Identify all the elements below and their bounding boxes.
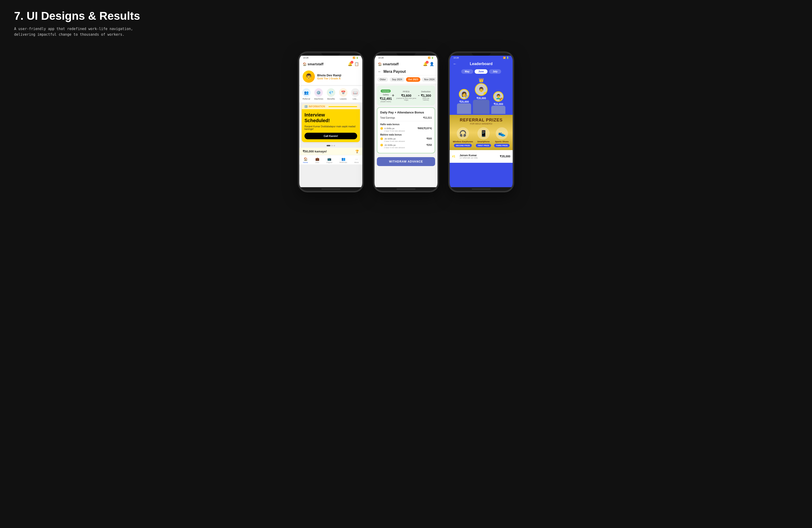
- daily-pay-section: Daily Pay + Attendance Bonus Total Earni…: [377, 107, 435, 153]
- house-icon: 🏠: [303, 62, 307, 66]
- prize-smartphone: 📱 Smartphone FIRST PRIZE: [476, 127, 491, 147]
- page-header: 7. UI Designs & Results A user-friendly …: [14, 10, 798, 37]
- payout-icon: 📺: [327, 157, 331, 161]
- podium-block-1st: [473, 100, 489, 114]
- pf-label: PF/ESI: [394, 90, 418, 93]
- coin-icon-2: 🟡: [380, 137, 383, 140]
- total-earnings-row: Total Earnings ₹11,511: [380, 117, 432, 119]
- back-arrow[interactable]: ←: [378, 70, 381, 74]
- lb-name: Jairam Kumar: [460, 154, 478, 157]
- phone-2: 10:28 📶 🔋 🏠 smartstaff 🔔2 👤 ←: [373, 52, 439, 192]
- pf-sub: (mahine ke anth mein jama hoga): [394, 98, 418, 101]
- lb-title: Leaderboard: [470, 62, 493, 66]
- monthly-bonus-row-1: 🟡 26 Shifts pe 2 baar 5 min late allowed…: [380, 137, 432, 142]
- pf-amount: ₹3,600: [394, 94, 418, 98]
- nav-home[interactable]: 🏠 Home: [303, 157, 308, 163]
- profile-info: Bhola Dev Ramji Gold Tier | Grade A: [317, 74, 342, 80]
- phones-container: 10:28 📶 🔋 🏠 smartstaff 🔔2 📋 👨: [14, 52, 798, 202]
- call-button[interactable]: Call Karein!: [304, 133, 357, 139]
- prizes-subtitle: FOR MEGA WINNERS!: [452, 122, 510, 125]
- avatar-2: 👤: [430, 62, 434, 66]
- month-tabs: Older Sep 2024 Oct 2023 Nov 2024 Dec: [375, 75, 437, 84]
- profile-name: Bhola Dev Ramji: [317, 74, 342, 77]
- qa-benefits[interactable]: 💎 Benefits: [327, 88, 335, 100]
- crown-icon: 👑: [479, 77, 484, 83]
- salary-amount: ₹12,491: [380, 97, 392, 101]
- nav-referrals[interactable]: 👥 Referrals: [339, 157, 347, 163]
- header-icons-2: 🔔2 👤: [423, 62, 434, 66]
- phone-2-notch: [396, 53, 416, 56]
- rank-badge-3: 3: [499, 98, 504, 102]
- lb-rank: #1: [452, 155, 456, 158]
- lb-tab-july[interactable]: July: [489, 69, 501, 74]
- deduction-block: Deduction ₹1,300 (Rent har mahine): [419, 90, 432, 101]
- lb-tab-june[interactable]: June: [475, 69, 488, 74]
- home-indicator-3: [472, 189, 491, 190]
- document-icon[interactable]: 📋: [354, 62, 359, 66]
- prize-earphones: 🎧 Wireless Earphones SECOND PRIZE: [453, 127, 473, 147]
- lb-amount: ₹35,000: [500, 155, 510, 158]
- pf-block: PF/ESI ₹3,600 (mahine ke anth mein jama …: [394, 90, 418, 101]
- deduction-sub: (Rent har mahine): [419, 98, 432, 101]
- house-icon-2: 🏠: [378, 62, 382, 66]
- home-indicator-2: [396, 189, 416, 190]
- coin-icon-3: 🟡: [380, 144, 383, 146]
- prizes-grid: 🎧 Wireless Earphones SECOND PRIZE 📱 Smar…: [452, 127, 510, 147]
- phone-2-status-bar: 10:28 📶 🔋: [375, 56, 437, 60]
- monthly-bonus-row-2: 🟡 20 Shifts pe 2 baar 5 min late allowed…: [380, 144, 432, 149]
- phone-2-header: 🏠 smartstaff 🔔2 👤: [375, 60, 437, 68]
- info-card-title: InterviewScheduled!: [304, 112, 357, 123]
- payout-title: Mera Payout: [383, 70, 406, 74]
- profile-tier: Gold Tier | Grade A: [317, 77, 342, 80]
- withdraw-button[interactable]: WITHDRAW ADVANCE: [377, 157, 435, 166]
- shoes-label: Sports Shoes: [495, 141, 509, 143]
- nav-jobs[interactable]: 💼 Jobs: [315, 157, 319, 163]
- referrals-icon: 👥: [342, 157, 345, 161]
- shoes-icon: 👟: [496, 127, 508, 140]
- avatar-1st: 👨 1: [475, 83, 488, 96]
- leaderboard-header: ← Leaderboard: [450, 60, 513, 68]
- avatar-3rd: 👨‍🦱 3: [493, 91, 504, 102]
- month-nov[interactable]: Nov 2024: [422, 77, 437, 82]
- lb-sub: 12 referrals se mila: [460, 157, 478, 159]
- header-icons: 🔔2 📋: [348, 62, 359, 66]
- phone-3: 10:28 📶 🔋 ← Leaderboard May June July 👩: [448, 52, 514, 192]
- third-prize-badge: THIRD PRIZE: [494, 144, 510, 147]
- qa-referral[interactable]: 👥 Referral: [302, 88, 310, 100]
- earnings-banner: ₹50,000 kamaye! 🏆: [299, 148, 362, 155]
- info-card-body: InterviewScheduled! Ranjeet Kumar Doddab…: [302, 109, 360, 142]
- notification-bell[interactable]: 🔔2: [348, 62, 352, 66]
- dot-1: [327, 145, 330, 146]
- prizes-title: REFERRAL PRIZES: [452, 118, 510, 122]
- month-oct[interactable]: Oct 2023: [406, 77, 421, 82]
- salary-label: Salary: [380, 93, 392, 96]
- lb-tab-may[interactable]: May: [461, 69, 473, 74]
- nav-payout[interactable]: 📺 Payout: [327, 157, 332, 163]
- lb-list-row-1: #1 Jairam Kumar 12 referrals se mila ₹35…: [452, 152, 510, 160]
- jobs-icon: 💼: [315, 157, 319, 161]
- podium-block-3rd: [491, 106, 505, 114]
- phone-1-status-bar: 10:28 📶 🔋: [299, 56, 362, 60]
- podium-3rd: 👨‍🦱 3 ₹15,000: [491, 91, 505, 114]
- podium-section: 👩 2 ₹25,000 👑 👨 1 ₹35,000: [450, 75, 513, 114]
- month-sep[interactable]: Sep 2024: [390, 77, 404, 82]
- lb-row-left: #1 Jairam Kumar 12 referrals se mila: [452, 154, 478, 159]
- qa-machines[interactable]: ⚙️ Machines: [314, 88, 323, 100]
- phone-1-header: 🏠 smartstaff 🔔2 📋: [299, 60, 362, 68]
- dot-2: [331, 145, 333, 146]
- month-older[interactable]: Older: [377, 77, 388, 82]
- pagination-dots: [299, 144, 362, 148]
- quick-actions: 👥 Referral ⚙️ Machines 💎 Benefits 📅 Leav…: [299, 86, 362, 102]
- info-card-header: ℹ️ INFORMATION: [302, 104, 360, 109]
- smartphone-label: Smartphone: [477, 141, 490, 143]
- qa-leaves[interactable]: 📅 Leaves: [339, 88, 348, 100]
- lb-back-arrow[interactable]: ←: [453, 62, 457, 66]
- bottom-nav: 🏠 Home 💼 Jobs 📺 Payout 👥 Referrals ···: [299, 155, 362, 164]
- nav-more[interactable]: ··· More: [354, 157, 359, 163]
- daily-pay-title: Daily Pay + Attendance Bonus: [380, 111, 432, 114]
- salary-block: Selected Salary ₹12,491 (haath mein): [380, 88, 392, 103]
- notif-2[interactable]: 🔔2: [423, 62, 427, 66]
- qa-more[interactable]: 📖 Lea...: [351, 88, 360, 100]
- info-icon: ℹ️: [304, 105, 307, 108]
- phone-3-screen: 10:28 📶 🔋 ← Leaderboard May June July 👩: [450, 56, 513, 187]
